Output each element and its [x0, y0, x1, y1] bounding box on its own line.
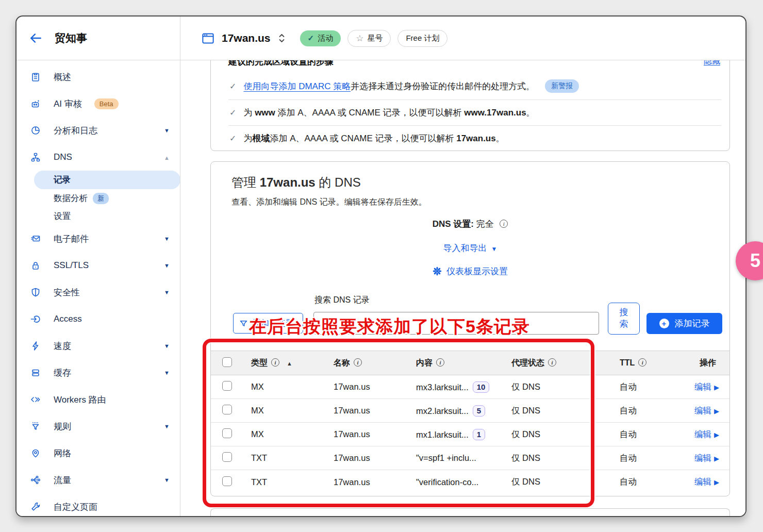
sidebar-subitem-label: 设置	[54, 211, 71, 222]
app-window: 贸知事 17wan.us 活动 星号 Fr	[15, 15, 747, 517]
record-type: MX	[243, 406, 325, 415]
sidebar-item-workers-routes[interactable]: Workers 路由	[16, 386, 180, 413]
record-type: MX	[243, 429, 325, 439]
code-brackets-icon	[30, 394, 41, 405]
edit-record-button[interactable]: 编辑	[694, 453, 719, 462]
record-ttl: 自动	[611, 453, 686, 464]
domain-selector[interactable]: 17wan.us	[222, 32, 271, 44]
sidebar-item-label: DNS	[54, 152, 72, 162]
suggested-steps-list: 使用向导添加 DMARC 策略并选择未通过身份验证的传出邮件的处理方式。 新警报…	[228, 73, 721, 151]
plan-badge[interactable]: Free 计划	[397, 30, 447, 47]
edit-record-button[interactable]: 编辑	[694, 382, 719, 391]
dns-card-subtitle: 查看、添加和编辑 DNS 记录。编辑将在保存后生效。	[211, 191, 729, 208]
check-icon	[229, 108, 236, 118]
sidebar-item-security[interactable]: 安全性	[16, 279, 180, 306]
add-record-label: 添加记录	[675, 318, 710, 329]
info-icon[interactable]	[548, 358, 556, 367]
record-content: mx3.larksuit...	[416, 383, 469, 392]
new-badge: 新	[93, 193, 109, 204]
sidebar-item-analytics[interactable]: 分析和日志	[16, 117, 180, 144]
dmarc-wizard-link[interactable]: 使用向导添加 DMARC 策略	[243, 81, 351, 91]
record-name: 17wan.us	[325, 429, 408, 439]
chevron-down-icon	[164, 423, 170, 430]
sidebar-item-access[interactable]: Access	[16, 306, 180, 332]
sidebar-item-dns[interactable]: DNS	[16, 144, 180, 171]
map-pin-icon	[30, 447, 41, 459]
search-button[interactable]: 搜索	[608, 303, 640, 335]
step-text: 使用向导添加 DMARC 策略并选择未通过身份验证的传出邮件的处理方式。	[243, 80, 535, 92]
sidebar-item-email[interactable]: 电子邮件	[16, 225, 180, 252]
select-all-checkbox[interactable]	[222, 357, 232, 367]
info-icon[interactable]	[500, 220, 508, 228]
check-icon	[229, 134, 236, 143]
info-icon[interactable]	[354, 358, 362, 367]
record-proxy-status: 仅 DNS	[503, 453, 611, 464]
step-text: 为 www 添加 A、AAAA 或 CNAME 记录，以便可以解析 www.17…	[243, 107, 535, 119]
table-row: TXT 17wan.us "verification-co... 仅 DNS 自…	[211, 470, 729, 494]
back-arrow-icon[interactable]	[29, 31, 42, 45]
record-name: 17wan.us	[325, 453, 408, 463]
sidebar-item-traffic[interactable]: 流量	[16, 467, 180, 493]
record-type: TXT	[243, 477, 325, 487]
dns-settings-value: 完全	[476, 219, 494, 229]
info-icon[interactable]	[436, 358, 444, 367]
next-card-stub	[210, 508, 730, 516]
row-checkbox[interactable]	[222, 428, 232, 438]
add-filter-button[interactable]: 添加筛选器	[233, 313, 303, 334]
sidebar-item-label: Access	[54, 314, 82, 324]
edit-record-button[interactable]: 编辑	[694, 406, 719, 415]
sidebar-item-custom-pages[interactable]: 自定义页面	[16, 493, 180, 516]
dashboard-display-settings-link[interactable]: 仪表板显示设置	[211, 265, 729, 277]
hide-link[interactable]: 隐藏	[704, 60, 720, 66]
info-icon[interactable]	[638, 358, 646, 367]
sidebar-subitem-records[interactable]: 记录	[34, 171, 180, 189]
dns-management-card: 管理 17wan.us 的 DNS 查看、添加和编辑 DNS 记录。编辑将在保存…	[210, 161, 730, 496]
sidebar-subitem-analytics[interactable]: 数据分析 新	[16, 189, 180, 207]
sidebar-subitem-settings[interactable]: 设置	[16, 207, 180, 225]
star-button[interactable]: 星号	[347, 30, 391, 47]
sidebar: 概述 AI 审核 Beta 分析和日志	[16, 60, 180, 516]
dns-icon	[30, 152, 41, 163]
table-row: MX 17wan.us mx1.larksuit...1 仅 DNS 自动 编辑	[211, 423, 729, 446]
add-record-button[interactable]: 添加记录	[646, 313, 722, 334]
search-input[interactable]	[313, 312, 599, 335]
sidebar-item-label: 流量	[54, 474, 71, 486]
info-icon[interactable]	[271, 358, 279, 367]
edit-record-button[interactable]: 编辑	[694, 429, 719, 439]
record-proxy-status: 仅 DNS	[503, 476, 611, 488]
import-export-dropdown[interactable]: 导入和导出	[211, 242, 729, 254]
record-proxy-status: 仅 DNS	[503, 381, 611, 393]
ai-review-icon	[30, 98, 41, 109]
column-header-ttl: TTL	[620, 358, 635, 367]
sidebar-item-ssl-tls[interactable]: SSL/TLS	[16, 252, 180, 279]
main-content: 建议的完成区域设置的步骤 隐藏 使用向导添加 DMARC 策略并选择未通过身份验…	[180, 60, 745, 516]
check-icon	[308, 34, 314, 43]
column-header-name: 名称	[334, 358, 350, 367]
record-content: "verification-co...	[416, 477, 478, 487]
sidebar-item-label: 概述	[54, 71, 71, 83]
sidebar-item-overview[interactable]: 概述	[16, 63, 180, 90]
sidebar-item-ai-review[interactable]: AI 审核 Beta	[16, 90, 180, 117]
record-ttl: 自动	[611, 476, 686, 488]
row-checkbox[interactable]	[222, 476, 232, 486]
page-background: { "header": { "app_name": "贸知事", "domain…	[0, 0, 763, 532]
record-name: 17wan.us	[325, 477, 408, 487]
column-header-type: 类型	[251, 358, 268, 367]
sort-asc-icon[interactable]	[287, 360, 292, 367]
sidebar-item-speed[interactable]: 速度	[16, 332, 180, 359]
row-checkbox[interactable]	[222, 405, 232, 414]
record-content: "v=spf1 +inclu...	[416, 453, 476, 462]
sidebar-item-rules[interactable]: 规则	[16, 413, 180, 440]
row-checkbox[interactable]	[222, 381, 232, 391]
row-checkbox[interactable]	[222, 452, 232, 462]
wrench-icon	[30, 501, 41, 512]
record-name: 17wan.us	[325, 382, 408, 392]
priority-badge: 5	[473, 405, 485, 417]
sidebar-item-cache[interactable]: 缓存	[16, 359, 180, 386]
chevron-down-icon	[164, 262, 170, 269]
lightning-icon	[30, 340, 41, 352]
edit-record-button[interactable]: 编辑	[694, 477, 719, 486]
domain-switch-chevrons-icon[interactable]	[277, 32, 286, 44]
dashboard-display-label: 仪表板显示设置	[446, 267, 508, 276]
sidebar-item-network[interactable]: 网络	[16, 440, 180, 467]
